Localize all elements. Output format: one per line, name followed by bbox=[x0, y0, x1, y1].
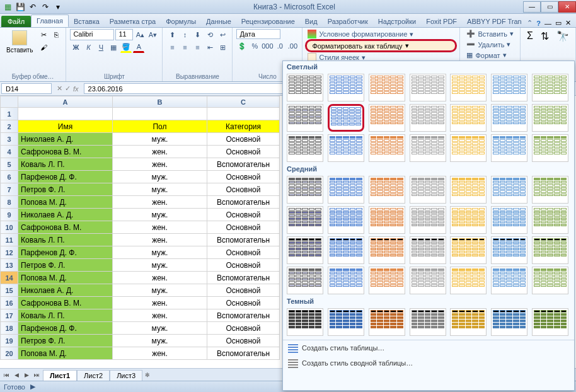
table-style-swatch[interactable] bbox=[287, 206, 323, 234]
maximize-button[interactable]: ▭ bbox=[541, 1, 558, 13]
table-style-swatch[interactable] bbox=[369, 267, 405, 294]
conditional-formatting-button[interactable]: Условное форматирование▾ bbox=[305, 29, 457, 39]
cell[interactable]: Николаев А. Д. bbox=[18, 133, 113, 146]
doc-close-icon[interactable]: ✕ bbox=[565, 19, 571, 27]
table-style-swatch[interactable] bbox=[369, 176, 405, 204]
cell[interactable]: Коваль Л. П. bbox=[18, 234, 113, 246]
insert-cells-button[interactable]: ➕Вставить▾ bbox=[464, 29, 516, 38]
table-style-swatch[interactable] bbox=[369, 236, 405, 264]
table-style-swatch[interactable] bbox=[450, 267, 487, 294]
sort-filter-button[interactable]: ⇅ bbox=[538, 29, 551, 43]
row-header[interactable]: 15 bbox=[1, 284, 18, 297]
tab-review[interactable]: Рецензирование bbox=[236, 16, 300, 27]
find-button[interactable]: 🔭 bbox=[554, 29, 572, 43]
italic-icon[interactable]: К bbox=[83, 42, 94, 53]
row-header[interactable]: 7 bbox=[1, 183, 18, 196]
file-tab[interactable]: Файл bbox=[1, 16, 31, 27]
sheet-tab[interactable]: Лист1 bbox=[43, 370, 77, 381]
autosum-button[interactable]: Σ bbox=[524, 29, 536, 43]
copy-icon[interactable]: ⎘ bbox=[50, 29, 62, 40]
table-style-swatch[interactable] bbox=[369, 206, 405, 234]
table-style-swatch[interactable] bbox=[328, 236, 364, 264]
cell[interactable]: Сафронова В. М. bbox=[18, 297, 113, 309]
font-name-select[interactable]: Calibri bbox=[70, 29, 114, 40]
table-style-swatch[interactable] bbox=[491, 176, 527, 204]
table-style-swatch[interactable] bbox=[287, 308, 323, 336]
column-header-C[interactable]: C bbox=[207, 96, 280, 108]
fill-color-icon[interactable]: 🪣 bbox=[120, 42, 132, 53]
paste-button[interactable]: Вставить bbox=[4, 29, 35, 55]
cell[interactable]: Николаев А. Д. bbox=[18, 284, 113, 297]
table-style-swatch[interactable] bbox=[450, 236, 487, 264]
comma-icon[interactable]: 000 bbox=[262, 40, 273, 52]
align-left-icon[interactable]: ≡ bbox=[166, 42, 178, 53]
table-style-swatch[interactable] bbox=[450, 206, 487, 234]
format-cells-button[interactable]: ▦Формат▾ bbox=[464, 50, 516, 60]
cell[interactable]: Парфенов Д. Ф. bbox=[18, 322, 113, 335]
row-header[interactable]: 19 bbox=[1, 335, 18, 347]
table-style-swatch[interactable] bbox=[410, 236, 446, 264]
cell[interactable]: жен. bbox=[113, 158, 207, 171]
cell[interactable]: Петров Ф. Л. bbox=[18, 259, 113, 272]
cell[interactable]: жен. bbox=[113, 347, 207, 360]
table-style-swatch[interactable] bbox=[410, 176, 446, 204]
cell[interactable]: жен. bbox=[113, 309, 207, 322]
table-style-swatch[interactable] bbox=[532, 236, 568, 264]
cut-icon[interactable]: ✂ bbox=[38, 29, 49, 40]
row-header[interactable]: 5 bbox=[1, 158, 18, 171]
increase-font-icon[interactable]: A▴ bbox=[134, 29, 146, 40]
table-style-swatch[interactable] bbox=[287, 74, 323, 101]
new-pivot-style-button[interactable]: Создать стиль сводной таблицы… bbox=[283, 355, 574, 371]
number-format-select[interactable]: Дата bbox=[236, 29, 280, 39]
decrease-indent-icon[interactable]: ⇤ bbox=[204, 42, 216, 53]
minimize-button[interactable]: — bbox=[523, 1, 541, 13]
cell[interactable]: жен. bbox=[113, 297, 207, 309]
row-header[interactable]: 6 bbox=[1, 171, 18, 183]
close-button[interactable]: ✕ bbox=[558, 1, 576, 13]
align-bottom-icon[interactable]: ⬇ bbox=[192, 29, 203, 40]
cell[interactable]: Основной bbox=[207, 183, 280, 196]
row-header[interactable]: 1 bbox=[1, 108, 18, 120]
table-style-swatch[interactable] bbox=[328, 104, 364, 132]
align-middle-icon[interactable]: ↕ bbox=[179, 29, 190, 40]
table-style-swatch[interactable] bbox=[450, 176, 487, 204]
align-right-icon[interactable]: ≡ bbox=[192, 42, 203, 53]
align-top-icon[interactable]: ⬆ bbox=[166, 29, 178, 40]
table-style-swatch[interactable] bbox=[287, 267, 323, 294]
new-sheet-icon[interactable]: ✻ bbox=[142, 370, 153, 380]
table-style-swatch[interactable] bbox=[410, 308, 446, 336]
row-header[interactable]: 2 bbox=[1, 120, 18, 133]
cell[interactable]: Вспомогательн bbox=[207, 309, 280, 322]
row-header[interactable]: 20 bbox=[1, 347, 18, 360]
table-style-swatch[interactable] bbox=[532, 104, 568, 132]
cell[interactable]: Основной bbox=[207, 133, 280, 146]
row-header[interactable]: 16 bbox=[1, 297, 18, 309]
cell[interactable]: Основной bbox=[207, 209, 280, 221]
table-style-swatch[interactable] bbox=[369, 308, 405, 336]
undo-icon[interactable]: ↶ bbox=[28, 2, 38, 12]
cell[interactable]: Основной bbox=[207, 322, 280, 335]
border-icon[interactable]: ▦ bbox=[108, 42, 119, 53]
cell[interactable]: Основной bbox=[207, 246, 280, 259]
table-style-swatch[interactable] bbox=[287, 236, 323, 264]
cell[interactable]: Основной bbox=[207, 335, 280, 347]
tab-abbyy[interactable]: ABBYY PDF Tran bbox=[462, 16, 527, 27]
cell[interactable]: Основной bbox=[207, 297, 280, 309]
cell[interactable]: Петров Ф. Л. bbox=[18, 335, 113, 347]
table-style-swatch[interactable] bbox=[369, 134, 405, 162]
tab-home[interactable]: Главная bbox=[31, 14, 69, 27]
decrease-decimal-icon[interactable]: .00 bbox=[287, 40, 298, 52]
table-style-swatch[interactable] bbox=[491, 74, 527, 101]
tab-layout[interactable]: Разметка стра bbox=[105, 16, 161, 27]
cell[interactable]: Вспомогательн bbox=[207, 234, 280, 246]
minimize-ribbon-icon[interactable]: ⌃ bbox=[527, 19, 533, 27]
table-style-swatch[interactable] bbox=[328, 176, 364, 204]
cell[interactable]: Имя bbox=[18, 120, 113, 133]
cell[interactable]: Парфенов Д. Ф. bbox=[18, 171, 113, 183]
table-style-swatch[interactable] bbox=[328, 74, 364, 101]
row-header[interactable]: 14 bbox=[1, 272, 18, 284]
cell[interactable]: муж. bbox=[113, 259, 207, 272]
cell[interactable]: муж. bbox=[113, 171, 207, 183]
sheet-tab[interactable]: Лист3 bbox=[110, 370, 142, 381]
cell[interactable]: Основной bbox=[207, 284, 280, 297]
